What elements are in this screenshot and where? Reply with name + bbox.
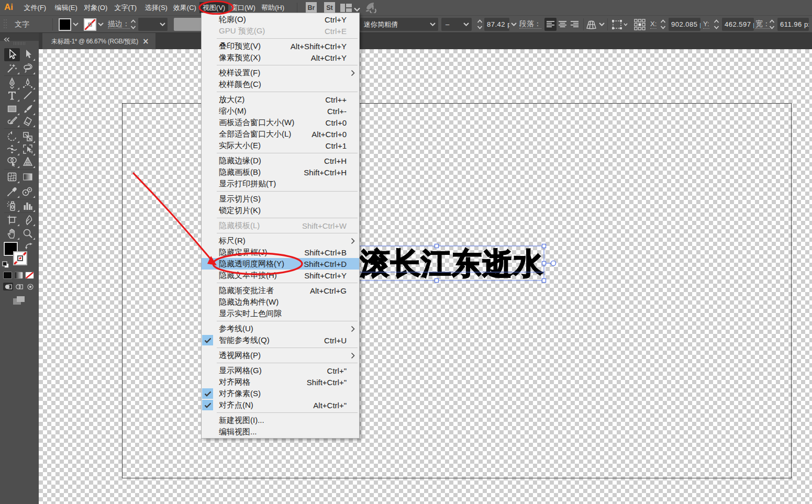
menu-item-17[interactable]: 隐藏画板(B)Shift+Ctrl+H: [202, 166, 359, 178]
menu-item-1[interactable]: 轮廓(O)Ctrl+Y: [202, 14, 359, 25]
eyedropper-tool[interactable]: [4, 185, 20, 198]
collapse-panel-icon[interactable]: [4, 35, 10, 44]
scale-tool[interactable]: [20, 130, 36, 143]
font-size-stepper[interactable]: [476, 18, 484, 30]
swap-fill-stroke-icon[interactable]: [25, 242, 33, 252]
menu-item-16[interactable]: 隐藏边缘(D)Ctrl+H: [202, 155, 359, 166]
zoom-tool[interactable]: [20, 227, 36, 240]
menu-item-41[interactable]: 对齐像素(S): [202, 388, 359, 399]
menu-item-34[interactable]: 参考线(U): [202, 323, 359, 334]
stroke-weight-label[interactable]: 描边：: [108, 16, 130, 33]
menu-item-26[interactable]: 隐藏定界框(J)Shift+Ctrl+B: [202, 247, 359, 258]
menu-item-37[interactable]: 透视网格(P): [202, 350, 359, 361]
menu-item-31[interactable]: 隐藏边角构件(W): [202, 296, 359, 308]
line-segment-tool[interactable]: [20, 89, 36, 102]
gpu-performance-rocket-icon[interactable]: [365, 2, 379, 15]
pen-tool[interactable]: [4, 77, 20, 90]
controlbar-grip[interactable]: [3, 16, 7, 33]
menu-item-12[interactable]: 画板适合窗口大小(W)Ctrl+0: [202, 117, 359, 128]
artboard-tool[interactable]: [4, 214, 20, 227]
bounding-box-icon[interactable]: [612, 16, 624, 33]
align-right-button[interactable]: [569, 18, 581, 31]
draw-behind-button[interactable]: [14, 283, 24, 290]
color-mode-button[interactable]: [3, 272, 12, 279]
screen-mode-button[interactable]: [13, 296, 26, 305]
stroke-color-indicator[interactable]: [13, 251, 27, 265]
menu-item-5[interactable]: 像素预览(X)Alt+Ctrl+Y: [202, 52, 359, 63]
lasso-tool[interactable]: [20, 62, 36, 75]
menubar-item-select[interactable]: 选择(S): [142, 0, 171, 15]
menu-item-44[interactable]: 新建视图(I)...: [202, 415, 359, 426]
draw-normal-button[interactable]: [3, 283, 13, 290]
menu-item-32[interactable]: 显示实时上色间隙: [202, 308, 359, 319]
default-fill-stroke-icon[interactable]: [2, 261, 9, 271]
font-size-chevron-icon[interactable]: [511, 16, 517, 33]
menubar-item-object[interactable]: 对象(O): [81, 0, 111, 15]
menu-item-27[interactable]: 隐藏透明度网格(Y)Shift+Ctrl+D: [202, 258, 359, 270]
eraser-tool[interactable]: [20, 115, 36, 128]
menu-item-30[interactable]: 隐藏渐变批注者Alt+Ctrl+G: [202, 285, 359, 296]
menu-item-21[interactable]: 锁定切片(K): [202, 205, 359, 216]
document-tab[interactable]: 未标题-1* @ 66.67% (RGB/预览) ×: [42, 33, 155, 50]
mesh-tool[interactable]: [4, 171, 20, 184]
tab-close-icon[interactable]: ×: [142, 39, 149, 44]
stroke-weight-select[interactable]: [138, 18, 168, 31]
stroke-color-swatch[interactable]: [84, 18, 96, 31]
menu-item-28[interactable]: 隐藏文本串接(H)Shift+Ctrl+Y: [202, 270, 359, 281]
width-stepper[interactable]: [768, 18, 776, 30]
menu-item-20[interactable]: 显示切片(S): [202, 193, 359, 205]
menu-item-11[interactable]: 缩小(M)Ctrl+-: [202, 105, 359, 117]
menu-item-35[interactable]: 智能参考线(Q)Ctrl+U: [202, 334, 359, 346]
type-tool[interactable]: [4, 89, 20, 102]
menu-item-18[interactable]: 显示打印拼贴(T): [202, 178, 359, 189]
menubar-item-edit[interactable]: 编辑(E): [51, 0, 80, 15]
menu-item-45[interactable]: 编辑视图...: [202, 426, 359, 438]
x-position-label[interactable]: X:: [650, 16, 657, 33]
canvas-area[interactable]: 滚滚长江东逝水: [39, 49, 812, 504]
draw-inside-button[interactable]: [25, 283, 35, 290]
align-center-button[interactable]: [557, 18, 569, 31]
shaper-tool[interactable]: [4, 115, 20, 128]
fill-swatch-chevron-icon[interactable]: [73, 16, 79, 33]
font-family-select[interactable]: 迷你简粗倩: [360, 18, 438, 31]
gradient-mode-button[interactable]: [14, 272, 23, 279]
paragraph-label[interactable]: 段落：: [519, 16, 541, 33]
menubar-item-type[interactable]: 文字(T): [112, 0, 140, 15]
y-position-label[interactable]: Y:: [703, 16, 709, 33]
menu-item-7[interactable]: 校样设置(F): [202, 67, 359, 79]
column-graph-tool[interactable]: [20, 199, 36, 212]
blend-tool[interactable]: [20, 185, 36, 198]
menubar-item-effect[interactable]: 效果(C): [170, 0, 199, 15]
menubar-item-view[interactable]: 视图(V): [199, 2, 228, 13]
x-position-input[interactable]: 902.085 px: [669, 18, 700, 31]
width-tool[interactable]: [4, 143, 20, 156]
perspective-grid-tool[interactable]: [20, 155, 36, 169]
direct-selection-tool[interactable]: [20, 48, 36, 61]
slice-tool[interactable]: [20, 214, 36, 227]
stroke-weight-stepper[interactable]: [129, 18, 137, 30]
paintbrush-tool[interactable]: [20, 103, 36, 116]
rotate-tool[interactable]: [4, 130, 20, 143]
free-transform-tool[interactable]: [20, 143, 36, 156]
menu-item-13[interactable]: 全部适合窗口大小(L)Alt+Ctrl+0: [202, 128, 359, 140]
menu-item-14[interactable]: 实际大小(E)Ctrl+1: [202, 140, 359, 151]
menu-item-4[interactable]: 叠印预览(V)Alt+Shift+Ctrl+Y: [202, 40, 359, 52]
y-position-input[interactable]: 462.597 px: [722, 18, 754, 31]
selection-tool[interactable]: [4, 48, 20, 61]
x-position-stepper[interactable]: [659, 18, 667, 30]
gradient-tool[interactable]: [20, 171, 36, 184]
fill-color-swatch[interactable]: [59, 18, 71, 31]
font-style-select[interactable]: –: [441, 18, 472, 31]
workspace-chevron-icon[interactable]: [354, 5, 360, 13]
magic-wand-tool[interactable]: [4, 62, 20, 75]
artboard-text[interactable]: 滚滚长江东逝水: [329, 246, 544, 281]
font-size-input[interactable]: 87.42 pt: [484, 18, 509, 31]
bounding-box-chevron-icon[interactable]: [624, 16, 628, 33]
stock-button[interactable]: St: [324, 2, 335, 13]
rectangle-tool[interactable]: [4, 103, 20, 116]
envelope-warp-icon[interactable]: [586, 16, 597, 33]
none-mode-button[interactable]: [25, 272, 34, 279]
menu-item-25[interactable]: 标尺(R): [202, 235, 359, 247]
tools-panel-grip[interactable]: [14, 42, 25, 45]
menubar-item-file[interactable]: 文件(F): [21, 0, 50, 15]
